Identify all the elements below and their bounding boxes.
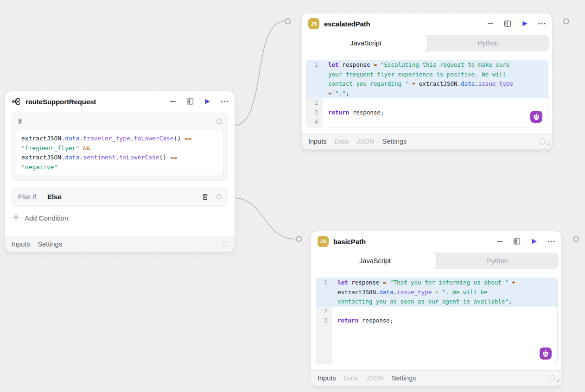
- more-options-icon[interactable]: [538, 20, 546, 27]
- node-footer: InputsDataJSONSettings: [302, 133, 552, 149]
- run-play-icon[interactable]: [530, 238, 538, 245]
- if-condition-section[interactable]: If extractJSON.data.traveler_type.toLowe…: [12, 113, 228, 181]
- footer-tab-inputs[interactable]: Inputs: [318, 374, 336, 382]
- code-line[interactable]: [316, 354, 557, 364]
- code-token: &&: [83, 145, 90, 152]
- footer-tab-data[interactable]: Data: [335, 138, 349, 145]
- code-token: let: [337, 279, 348, 286]
- code-token: [332, 90, 336, 97]
- code-line[interactable]: [316, 335, 557, 345]
- code-line[interactable]: 3return response;: [307, 108, 548, 118]
- flow-canvas[interactable]: routeSupportRequest If extractJSON.data.…: [0, 0, 585, 392]
- code-token: .: [475, 80, 478, 87]
- code-token: response;: [349, 109, 384, 116]
- run-play-icon[interactable]: [203, 98, 211, 105]
- code-line[interactable]: 1let response = "Escalating this request…: [307, 60, 548, 70]
- node-title: routeSupportRequest: [25, 98, 96, 106]
- code-token: [377, 61, 381, 68]
- code-line[interactable]: contacting you as soon as our agent is a…: [316, 297, 557, 307]
- tab-javascript[interactable]: JavaScript: [305, 35, 427, 51]
- minimize-icon[interactable]: [169, 98, 177, 105]
- javascript-badge-icon: JS: [318, 236, 329, 247]
- code-editor[interactable]: 1let response = "That you for informing …: [316, 278, 558, 364]
- basicPath-input-port: [297, 237, 302, 242]
- node-header[interactable]: JS basicPath: [311, 231, 561, 252]
- footer-tab-settings[interactable]: Settings: [38, 240, 62, 248]
- ai-assistant-robot-icon[interactable]: [540, 348, 552, 360]
- line-number: 3: [307, 108, 323, 118]
- code-line[interactable]: extractJSON.data.issue_type + ". We will…: [316, 288, 557, 297]
- else-value: Else: [47, 193, 62, 201]
- code-token: extractJSON.: [21, 154, 65, 161]
- resize-handle[interactable]: [555, 376, 560, 385]
- delete-condition-icon[interactable]: [202, 193, 209, 201]
- code-line[interactable]: 1let response = "That you for informing …: [316, 278, 557, 288]
- tab-python[interactable]: Python: [436, 253, 559, 269]
- code-token: .: [130, 135, 134, 142]
- line-number: [316, 326, 332, 335]
- logs-panel-icon[interactable]: [504, 20, 511, 27]
- code-token: your frequent flyer experience is positi…: [328, 71, 506, 78]
- node-header[interactable]: routeSupportRequest: [5, 91, 235, 112]
- footer-tab-data[interactable]: Data: [344, 374, 358, 382]
- node-footer: Inputs Settings: [5, 236, 235, 252]
- minimize-icon[interactable]: [496, 238, 503, 245]
- code-token: sentiment: [83, 154, 115, 161]
- node-header[interactable]: JS escalatedPath: [302, 13, 552, 34]
- code-token: toLowerCase: [134, 135, 174, 142]
- footer-tab-settings[interactable]: Settings: [382, 138, 407, 145]
- code-token: contacting you as soon as our agent is a…: [337, 298, 509, 305]
- else-if-label: Else If: [18, 193, 36, 201]
- resize-handle[interactable]: [546, 139, 551, 148]
- footer-tab-json[interactable]: JSON: [366, 374, 384, 382]
- code-line[interactable]: 2: [316, 307, 557, 316]
- logs-panel-icon[interactable]: [513, 238, 521, 245]
- line-number: [307, 79, 323, 89]
- node-routeSupportRequest[interactable]: routeSupportRequest If extractJSON.data.…: [5, 91, 235, 252]
- code-line[interactable]: [316, 345, 557, 354]
- footer-tab-settings[interactable]: Settings: [392, 374, 416, 382]
- node-escalatedPath[interactable]: JS escalatedPath JavaScriptPython 1let r…: [301, 13, 553, 150]
- if-condition-expression[interactable]: extractJSON.data.traveler_type.toLowerCa…: [16, 130, 224, 176]
- else-output-port[interactable]: [216, 194, 222, 199]
- code-token: +: [512, 279, 515, 286]
- code-token: .: [393, 289, 397, 296]
- footer-tab-inputs[interactable]: Inputs: [308, 138, 327, 145]
- code-token: data: [461, 80, 475, 87]
- add-condition-button[interactable]: Add Condition: [12, 207, 228, 224]
- node-basicPath[interactable]: JS basicPath JavaScriptPython 1let respo…: [311, 231, 562, 386]
- ai-assistant-robot-icon[interactable]: [530, 111, 542, 123]
- sync-status-icon: [222, 241, 228, 247]
- code-token: response: [348, 279, 383, 286]
- code-line[interactable]: contact you regarding " + extractJSON.da…: [307, 79, 548, 89]
- code-line[interactable]: 4: [307, 117, 548, 127]
- code-token: ==: [170, 154, 178, 161]
- code-token: (): [159, 154, 170, 161]
- code-line[interactable]: + ".";: [307, 89, 548, 99]
- wire-else-to-basicPath: [235, 198, 295, 239]
- code-line[interactable]: 2: [307, 98, 548, 108]
- else-condition-section[interactable]: Else If Else: [12, 187, 228, 207]
- code-line[interactable]: 3return response;: [316, 316, 557, 326]
- more-options-icon[interactable]: [547, 238, 555, 245]
- code-token: issue_type: [478, 80, 513, 87]
- run-play-icon[interactable]: [521, 20, 528, 27]
- tab-javascript[interactable]: JavaScript: [314, 253, 436, 269]
- if-output-port[interactable]: [216, 119, 222, 124]
- code-token: "negative": [21, 164, 57, 171]
- footer-tab-inputs[interactable]: Inputs: [12, 240, 30, 248]
- code-token: [432, 289, 435, 296]
- minimize-icon[interactable]: [487, 20, 494, 27]
- tab-python[interactable]: Python: [427, 35, 549, 51]
- code-line[interactable]: [316, 326, 557, 335]
- code-editor[interactable]: 1let response = "Escalating this request…: [306, 60, 548, 127]
- line-number: [316, 345, 332, 354]
- more-options-icon[interactable]: [221, 98, 228, 105]
- code-token: return: [337, 317, 358, 324]
- code-line[interactable]: your frequent flyer experience is positi…: [307, 70, 548, 80]
- line-number: [316, 297, 332, 307]
- logs-panel-icon[interactable]: [186, 98, 194, 105]
- code-token: let: [328, 61, 339, 68]
- condition-line: extractJSON.data.sentiment.toLowerCase()…: [21, 153, 218, 163]
- footer-tab-json[interactable]: JSON: [356, 138, 375, 145]
